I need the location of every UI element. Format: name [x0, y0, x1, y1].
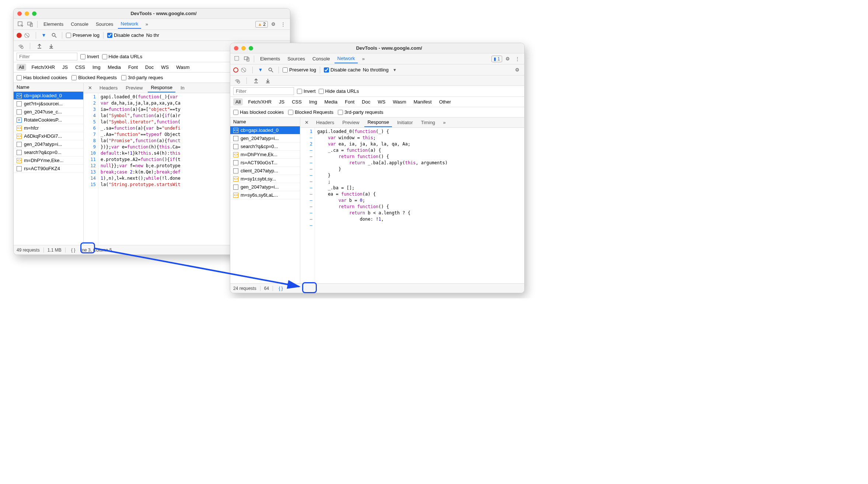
inspect-icon[interactable]	[233, 55, 241, 63]
kebab-menu-icon[interactable]: ⋮	[513, 55, 521, 63]
type-fetch[interactable]: Fetch/XHR	[29, 64, 57, 71]
third-party-checkbox[interactable]: 3rd-party requests	[338, 109, 384, 115]
request-row[interactable]: <>m=DhPYme,Eke...	[14, 157, 83, 165]
type-all[interactable]: All	[233, 98, 243, 105]
type-manifest[interactable]: Manifest	[411, 98, 434, 105]
filter-toggle-icon[interactable]: ▼	[40, 31, 48, 39]
tab-network[interactable]: Network	[118, 20, 141, 29]
inspect-icon[interactable]	[17, 20, 25, 28]
network-conditions-icon[interactable]	[233, 77, 241, 85]
upload-har-icon[interactable]	[252, 77, 260, 85]
dtab-initiator[interactable]: Initiator	[394, 118, 416, 127]
request-row[interactable]: <>cb=gapi.loaded_0	[14, 92, 83, 100]
blocked-requests-checkbox[interactable]: Blocked Requests	[288, 109, 333, 115]
pretty-print-icon[interactable]: { }	[277, 284, 285, 292]
type-ws[interactable]: WS	[375, 98, 388, 105]
pretty-print-icon[interactable]: { }	[69, 246, 77, 254]
tab-network[interactable]: Network	[335, 54, 358, 63]
more-tabs-icon[interactable]: »	[143, 20, 151, 28]
request-row[interactable]: client_204?atyp...	[230, 167, 300, 175]
request-row[interactable]: <>m=sy1r,sybt,sy...	[230, 175, 300, 183]
search-icon[interactable]	[267, 66, 275, 74]
clear-icon[interactable]: ⃠	[241, 66, 249, 74]
type-wasm[interactable]: Wasm	[391, 98, 408, 105]
name-column-header[interactable]: Name	[14, 83, 83, 92]
hide-data-urls-checkbox[interactable]: Hide data URLs	[102, 54, 143, 59]
type-js[interactable]: JS	[60, 64, 70, 71]
settings-gear-icon[interactable]: ⚙	[504, 55, 512, 63]
third-party-checkbox[interactable]: 3rd-party reques	[121, 75, 163, 80]
device-toggle-icon[interactable]	[26, 20, 34, 28]
network-conditions-icon[interactable]	[17, 42, 25, 50]
record-button[interactable]	[233, 67, 238, 73]
request-row[interactable]: search?q&cp=0...	[230, 143, 300, 151]
blocked-requests-checkbox[interactable]: Blocked Requests	[71, 75, 117, 80]
has-blocked-cookies-checkbox[interactable]: Has blocked cookies	[233, 109, 284, 115]
upload-har-icon[interactable]	[35, 42, 43, 50]
dtab-response[interactable]: Response	[148, 83, 175, 92]
settings-gear-icon[interactable]: ⚙	[269, 20, 277, 28]
download-har-icon[interactable]	[264, 77, 272, 85]
request-row[interactable]: gen_204?atyp=i...	[14, 140, 83, 148]
type-wasm[interactable]: Wasm	[174, 64, 192, 71]
close-icon[interactable]	[17, 11, 22, 16]
request-row[interactable]: <>m=hfcr	[14, 124, 83, 132]
download-har-icon[interactable]	[47, 42, 55, 50]
dtab-initiator[interactable]: In	[178, 84, 188, 92]
request-row[interactable]: get?rt=j&sourcei...	[14, 100, 83, 108]
request-row[interactable]: <>m=DhPYme,Ek...	[230, 151, 300, 159]
type-font[interactable]: Font	[343, 98, 357, 105]
dtab-preview[interactable]: Preview	[123, 84, 146, 92]
type-img[interactable]: Img	[307, 98, 319, 105]
dtab-headers[interactable]: Headers	[97, 84, 120, 92]
warnings-badge[interactable]: ▲2	[255, 21, 268, 28]
type-img[interactable]: Img	[90, 64, 103, 71]
type-css[interactable]: CSS	[73, 64, 87, 71]
preserve-log-checkbox[interactable]: Preserve log	[283, 67, 316, 73]
disable-cache-checkbox[interactable]: Disable cache	[324, 67, 361, 73]
throttling-select[interactable]: No thr	[146, 32, 159, 38]
type-doc[interactable]: Doc	[143, 64, 156, 71]
invert-checkbox[interactable]: Invert	[297, 88, 316, 94]
type-fetch[interactable]: Fetch/XHR	[246, 98, 274, 105]
tab-console[interactable]: Console	[309, 55, 333, 63]
type-all[interactable]: All	[17, 64, 26, 71]
invert-checkbox[interactable]: Invert	[80, 54, 99, 59]
traffic-lights[interactable]	[17, 11, 36, 16]
dtab-timing[interactable]: Timing	[418, 118, 438, 127]
tab-sources[interactable]: Sources	[93, 20, 116, 28]
zoom-icon[interactable]	[249, 46, 253, 50]
dtab-headers[interactable]: Headers	[313, 118, 337, 127]
has-blocked-cookies-checkbox[interactable]: Has blocked cookies	[17, 75, 67, 80]
code-body[interactable]: gapi.loaded_0(function(_) { var window =…	[315, 128, 524, 283]
dtab-preview[interactable]: Preview	[339, 118, 362, 127]
request-row[interactable]: rs=ACT90oGsT...	[230, 159, 300, 167]
type-doc[interactable]: Doc	[360, 98, 372, 105]
device-toggle-icon[interactable]	[243, 55, 251, 63]
zoom-icon[interactable]	[32, 11, 36, 16]
preserve-log-checkbox[interactable]: Preserve log	[66, 32, 99, 38]
type-other[interactable]: Other	[437, 98, 454, 105]
clear-icon[interactable]: ⃠	[24, 31, 32, 39]
minimize-icon[interactable]	[25, 11, 29, 16]
request-row[interactable]: rs=ACT90oFKZ4	[14, 165, 83, 173]
tab-console[interactable]: Console	[68, 20, 91, 28]
type-js[interactable]: JS	[277, 98, 287, 105]
name-column-header[interactable]: Name	[230, 118, 300, 126]
type-media[interactable]: Media	[106, 64, 123, 71]
request-row[interactable]: <>cb=gapi.loaded_0	[230, 126, 300, 134]
type-css[interactable]: CSS	[290, 98, 304, 105]
request-row[interactable]: <>A6DkqFxHDGl7...	[14, 132, 83, 140]
request-row[interactable]: search?q&cp=0...	[14, 148, 83, 157]
hide-data-urls-checkbox[interactable]: Hide data URLs	[319, 88, 359, 94]
filter-input[interactable]	[17, 53, 77, 60]
type-media[interactable]: Media	[322, 98, 340, 105]
close-detail-icon[interactable]: ✕	[86, 85, 94, 91]
type-ws[interactable]: WS	[159, 64, 171, 71]
dtab-response[interactable]: Response	[364, 118, 392, 127]
request-row[interactable]: gen_204?atyp=i...	[230, 183, 300, 191]
messages-badge[interactable]: ▮1	[491, 56, 502, 62]
kebab-menu-icon[interactable]: ⋮	[279, 20, 287, 28]
type-font[interactable]: Font	[126, 64, 140, 71]
tab-sources[interactable]: Sources	[284, 55, 308, 63]
